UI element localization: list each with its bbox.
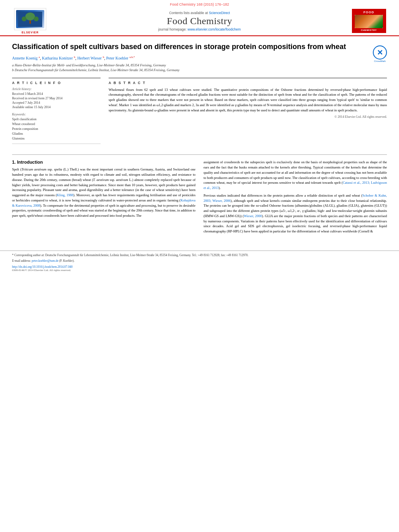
keyword-3: Protein composition xyxy=(12,127,101,131)
crossmark-inner: ✕ xyxy=(373,45,387,60)
abstract-section: A B S T R A C T Wholemeal flours from 62… xyxy=(109,78,387,119)
journal-header: Food Chemistry 168 (2015) 176–182 xyxy=(0,0,399,36)
affiliation-a: a Hans-Dieter-Belitz-Institut für Mehl- … xyxy=(12,63,387,68)
food-logo-chemistry-text: CHEMISTRY xyxy=(361,29,377,31)
food-chemistry-logo: FOOD CHEMISTRY xyxy=(351,9,387,33)
body-left-paragraph-1: Spelt (Triticum aestivum ssp. spelta (L.… xyxy=(12,167,195,218)
keywords-section: Keywords: Spelt classification Wheat cro… xyxy=(12,113,101,141)
accepted-date: Accepted 7 July 2014 xyxy=(12,101,101,105)
journal-main-title: Food Chemistry xyxy=(48,16,351,27)
doi-line: http://dx.doi.org/10.1016/j.foodchem.201… xyxy=(12,265,387,269)
svg-rect-2 xyxy=(29,21,31,24)
journal-title-center: Contents lists available at ScienceDirec… xyxy=(48,11,351,31)
page-footer: * Corresponding author at: Deutsche Fors… xyxy=(0,251,399,272)
author-koehler[interactable]: Peter Koehler xyxy=(106,56,128,61)
ref-kohajdova-2008[interactable]: Kohajdova & Karovicova, 2008 xyxy=(12,198,195,207)
keyword-5: Glutenins xyxy=(12,136,101,141)
svg-point-1 xyxy=(25,12,35,21)
ref-schober-2003[interactable]: Schober & Kuhn, 2003; Wieser, 2006 xyxy=(204,193,387,203)
history-label: Article history: xyxy=(12,87,101,91)
authors-line: Annette Koenig a, Katharina Konitzer b, … xyxy=(12,55,387,60)
ref-catassi-2013[interactable]: Catassi et al., 2013; Ludvigsson et al.,… xyxy=(204,181,387,190)
contents-available-line: Contents lists available at ScienceDirec… xyxy=(48,11,351,15)
article-content: ✕ CrossMark Classification of spelt cult… xyxy=(0,36,399,242)
email-link[interactable]: peter.koehler@tum.de xyxy=(32,259,58,263)
journal-homepage: journal homepage: www.elsevier.com/locat… xyxy=(48,27,351,31)
journal-citation: Food Chemistry 168 (2015) 176–182 xyxy=(170,2,229,6)
body-left-column: 1. Introduction Spelt (Triticum aestivum… xyxy=(12,160,195,236)
food-logo-top-text: FOOD xyxy=(363,10,374,14)
journal-top-row: ELSEVIER Contents lists available at Sci… xyxy=(12,8,387,34)
received-date: Received 3 March 2014 xyxy=(12,92,101,96)
article-history: Article history: Received 3 March 2014 R… xyxy=(12,87,101,110)
ref-kling-1988[interactable]: Kling, 1988 xyxy=(57,193,73,197)
page: Food Chemistry 168 (2015) 176–182 xyxy=(0,0,399,532)
svg-point-4 xyxy=(34,16,39,21)
article-info-header: A R T I C L E I N F O xyxy=(12,81,101,85)
elsevier-logo-box xyxy=(14,8,46,30)
ref-wieser-2000[interactable]: Wieser, 2000 xyxy=(244,214,262,218)
keyword-2: Wheat crossbreed xyxy=(12,122,101,127)
keyword-4: Gliadins xyxy=(12,131,101,136)
article-title: Classification of spelt cultivars based … xyxy=(12,42,387,51)
elsevier-logo: ELSEVIER xyxy=(12,8,48,34)
author-konitzer[interactable]: Katharina Konitzer xyxy=(42,56,73,61)
body-right-paragraph-2: Previous studies indicated that differen… xyxy=(204,193,387,234)
sciencedirect-link[interactable]: ScienceDirect xyxy=(209,11,230,15)
svg-point-3 xyxy=(22,16,27,21)
intro-title: 1. Introduction xyxy=(12,160,195,164)
online-date: Available online 15 July 2014 xyxy=(12,105,101,109)
keyword-1: Spelt classification xyxy=(12,117,101,122)
elsevier-image xyxy=(16,10,44,28)
keywords-label: Keywords: xyxy=(12,113,101,116)
email-name: (P. Koehler). xyxy=(59,259,74,263)
article-info-abstract-row: A R T I C L E I N F O Article history: R… xyxy=(12,78,387,148)
body-right-paragraph-1: assignment of crossbreeds to the subspec… xyxy=(204,160,387,191)
crossmark-icon: ✕ xyxy=(377,48,383,57)
elsevier-text: ELSEVIER xyxy=(22,31,39,34)
abstract-column: A B S T R A C T Wholemeal flours from 62… xyxy=(109,78,387,148)
author-koehler-affil: a,b,* xyxy=(130,55,135,59)
abstract-header: A B S T R A C T xyxy=(109,81,387,85)
article-info-column: A R T I C L E I N F O Article history: R… xyxy=(12,78,101,148)
body-right-column: assignment of crossbreeds to the subspec… xyxy=(204,160,387,236)
author-wieser[interactable]: Herbert Wieser xyxy=(77,56,102,61)
email-label: E-mail address: xyxy=(12,259,31,263)
footnote-corresponding-author: * Corresponding author at: Deutsche Fors… xyxy=(12,253,387,258)
author-koenig[interactable]: Annette Koenig xyxy=(12,56,38,61)
copyright-line: © 2014 Elsevier Ltd. All rights reserved… xyxy=(109,115,387,119)
article-info-section: A R T I C L E I N F O Article history: R… xyxy=(12,78,101,144)
doi-link[interactable]: http://dx.doi.org/10.1016/j.foodchem.201… xyxy=(12,265,72,269)
author-konitzer-affil: b xyxy=(74,55,76,59)
author-wieser-affil: b xyxy=(103,55,104,59)
author-koenig-affil: a xyxy=(39,55,40,59)
body-two-col: 1. Introduction Spelt (Triticum aestivum… xyxy=(12,160,387,236)
issn-line: 0308-8146/© 2014 Elsevier Ltd. All right… xyxy=(12,269,387,272)
affiliations: a Hans-Dieter-Belitz-Institut für Mehl- … xyxy=(12,63,387,73)
food-logo-image xyxy=(355,15,383,28)
affiliation-b: b Deutsche Forschungsanstalt für Lebensm… xyxy=(12,68,387,73)
crossmark-badge[interactable]: ✕ CrossMark xyxy=(373,45,387,60)
food-logo-image-inner xyxy=(355,15,383,28)
food-chemistry-logo-box: FOOD CHEMISTRY xyxy=(352,9,386,33)
abstract-text: Wholemeal flours from 62 spelt and 13 wh… xyxy=(109,87,387,113)
revised-date: Received in revised form 27 May 2014 xyxy=(12,96,101,101)
footnote-email: E-mail address: peter.koehler@tum.de (P.… xyxy=(12,259,387,263)
body-section: 1. Introduction Spelt (Triticum aestivum… xyxy=(12,154,387,236)
homepage-link[interactable]: www.elsevier.com/locate/foodchem xyxy=(187,27,241,31)
